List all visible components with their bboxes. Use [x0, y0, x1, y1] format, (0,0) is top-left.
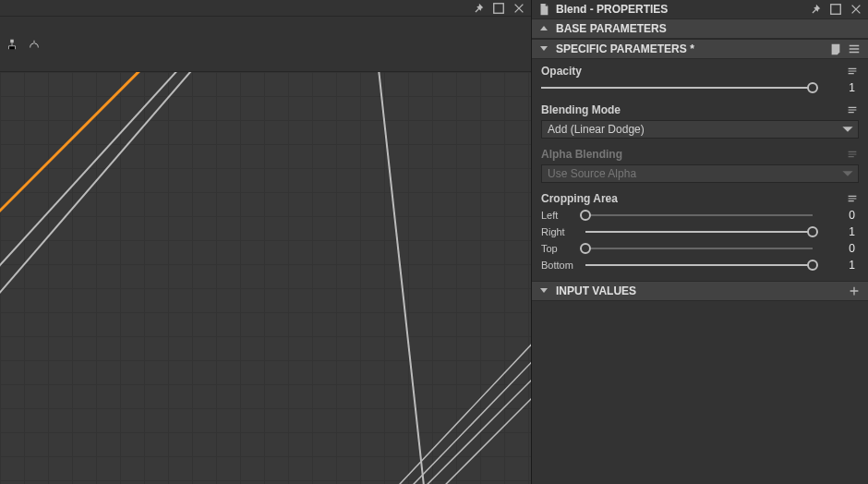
- node-graph-canvas[interactable]: [0, 72, 531, 484]
- crop-right-slider[interactable]: [585, 225, 813, 238]
- param-cropping-area: Cropping Area Left 0 Right 1 Top 0 Botto…: [541, 192, 859, 272]
- graph-toolbar: [0, 17, 531, 72]
- svg-rect-0: [494, 3, 504, 13]
- param-options-icon[interactable]: [846, 148, 859, 161]
- graph-panel-header: [0, 0, 531, 17]
- crop-bottom-value[interactable]: 1: [822, 259, 859, 272]
- section-input-values-body: [532, 301, 868, 484]
- chevron-down-icon: [539, 42, 549, 55]
- close-icon[interactable]: [850, 3, 862, 16]
- alpha-blending-value: Use Source Alpha: [548, 167, 636, 180]
- param-alpha-blending-label: Alpha Blending: [541, 148, 846, 161]
- blending-mode-dropdown[interactable]: Add (Linear Dodge): [541, 120, 859, 139]
- note-icon[interactable]: [829, 42, 842, 55]
- param-blending-mode-label: Blending Mode: [541, 103, 846, 116]
- add-icon[interactable]: [848, 284, 861, 297]
- crop-top-value[interactable]: 0: [822, 242, 859, 255]
- chevron-right-icon: [539, 22, 549, 35]
- param-blending-mode: Blending Mode Add (Linear Dodge): [541, 103, 859, 139]
- crop-left-value[interactable]: 0: [822, 209, 859, 222]
- crop-top-label: Top: [541, 243, 576, 254]
- chevron-down-icon: [841, 123, 854, 136]
- svg-rect-1: [10, 39, 14, 42]
- section-input-values-label: INPUT VALUES: [556, 284, 840, 297]
- param-options-icon[interactable]: [846, 192, 859, 205]
- graph-panel: [0, 0, 532, 484]
- param-opacity: Opacity 1: [541, 65, 859, 94]
- chevron-down-icon: [841, 167, 854, 180]
- opacity-slider[interactable]: [541, 81, 813, 94]
- document-icon: [537, 3, 550, 16]
- svg-rect-2: [831, 5, 841, 15]
- pin-icon[interactable]: [809, 3, 822, 16]
- properties-panel: Blend - PROPERTIES BASE PARAMETERS SPECI…: [532, 0, 868, 484]
- param-opacity-label: Opacity: [541, 65, 846, 78]
- properties-titlebar: Blend - PROPERTIES: [532, 0, 868, 18]
- crop-right-label: Right: [541, 226, 576, 237]
- crop-bottom-label: Bottom: [541, 260, 576, 271]
- section-input-values-header[interactable]: INPUT VALUES: [532, 281, 868, 301]
- crop-top-slider[interactable]: [585, 242, 813, 255]
- maximize-icon[interactable]: [492, 2, 505, 15]
- crop-left-slider[interactable]: [585, 209, 813, 222]
- param-cropping-area-label: Cropping Area: [541, 192, 846, 205]
- toolbar-alignment-icon[interactable]: [28, 38, 41, 51]
- maximize-icon[interactable]: [829, 3, 842, 16]
- close-icon[interactable]: [512, 2, 525, 15]
- section-base-parameters-label: BASE PARAMETERS: [556, 22, 861, 35]
- section-specific-parameters-header[interactable]: SPECIFIC PARAMETERS *: [532, 39, 868, 59]
- properties-title: Blend - PROPERTIES: [556, 3, 803, 16]
- crop-bottom-slider[interactable]: [585, 259, 813, 272]
- alpha-blending-dropdown: Use Source Alpha: [541, 164, 859, 183]
- toolbar-node-icon[interactable]: [6, 38, 18, 51]
- crop-left-label: Left: [541, 210, 576, 221]
- pin-icon[interactable]: [472, 2, 485, 15]
- section-specific-parameters-label: SPECIFIC PARAMETERS *: [556, 42, 822, 55]
- param-options-icon[interactable]: [846, 65, 859, 78]
- crop-right-value[interactable]: 1: [822, 225, 859, 238]
- blending-mode-value: Add (Linear Dodge): [548, 123, 645, 136]
- param-options-icon[interactable]: [846, 103, 859, 116]
- section-base-parameters-header[interactable]: BASE PARAMETERS: [532, 18, 868, 39]
- opacity-value[interactable]: 1: [822, 81, 859, 94]
- chevron-down-icon: [539, 284, 549, 297]
- menu-lines-icon[interactable]: [848, 42, 861, 55]
- param-alpha-blending: Alpha Blending Use Source Alpha: [541, 148, 859, 183]
- section-specific-parameters-body: Opacity 1 Blending Mode Add (Linear Dodg…: [532, 59, 868, 281]
